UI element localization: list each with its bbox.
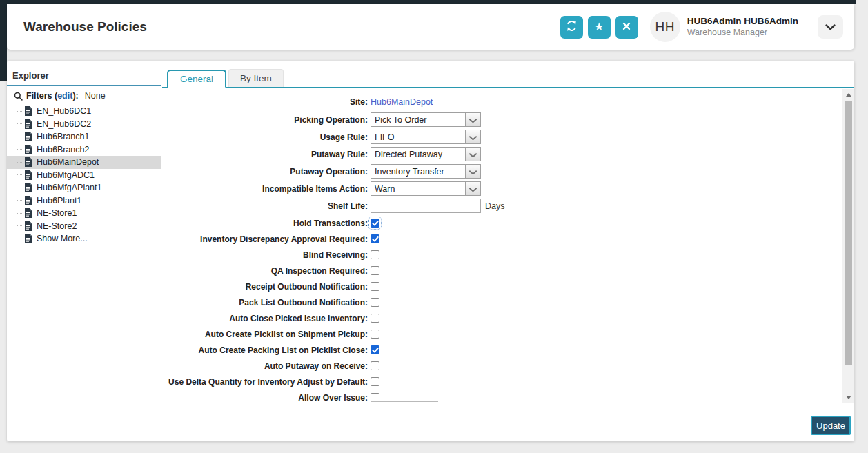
favorite-button[interactable]: ★	[588, 16, 611, 39]
avatar[interactable]: HH	[650, 12, 680, 42]
refresh-button[interactable]	[560, 16, 583, 39]
checkbox-label-cell: QA Inspection Required:	[162, 266, 371, 276]
scroll-up-button[interactable]	[842, 89, 854, 101]
checkbox-label: Inventory Discrepancy Approval Required:	[200, 234, 368, 244]
select-rows: Picking Operation: Pick To Order Usage R…	[162, 112, 842, 196]
tree-item-label: Hub6Branch1	[37, 132, 89, 141]
clipped-next-control	[371, 401, 438, 402]
sidebar-tree-item[interactable]: EN_Hub6DC1	[7, 105, 161, 118]
tree-item-label: EN_Hub6DC1	[37, 106, 91, 116]
checkbox-row: Use Delta Quantity for Inventory Adjust …	[162, 377, 842, 386]
select-value: Directed Putaway	[371, 148, 465, 161]
tree-item-label: Show More...	[37, 234, 88, 243]
user-menu-button[interactable]	[818, 15, 843, 39]
select-arrow-button[interactable]	[465, 182, 480, 195]
checkbox[interactable]	[371, 314, 379, 323]
sidebar-tree-item[interactable]: Hub6MfgAPlant1	[7, 181, 161, 194]
sidebar-tree-item[interactable]: Show More...	[7, 232, 161, 245]
select-arrow-button[interactable]	[465, 165, 480, 178]
checkbox-label: QA Inspection Required:	[271, 266, 368, 276]
update-button[interactable]: Update	[811, 416, 851, 435]
sidebar-tree-item[interactable]: EN_Hub6DC2	[7, 118, 161, 131]
sidebar-tree-item[interactable]: Hub6Plant1	[7, 194, 161, 208]
checkbox-row: QA Inspection Required:	[162, 266, 842, 275]
select-row: Putaway Operation: Inventory Transfer	[162, 164, 842, 179]
select-label-cell: Putaway Rule:	[162, 150, 371, 159]
checkbox[interactable]	[371, 298, 379, 307]
checkbox-row: Allow Over Issue:	[162, 393, 842, 402]
tab-by-item[interactable]: By Item	[228, 69, 284, 87]
checkbox[interactable]	[371, 266, 379, 275]
tree-connector	[17, 137, 22, 137]
select-arrow-button[interactable]	[465, 148, 480, 161]
close-button[interactable]	[615, 16, 638, 39]
checkmark-icon	[372, 236, 379, 243]
dropdown-select[interactable]: Inventory Transfer	[371, 164, 481, 179]
checkbox-label-cell: Auto Create Picklist on Shipment Pickup:	[162, 330, 371, 339]
select-value: Inventory Transfer	[371, 165, 465, 178]
checkbox[interactable]	[371, 282, 379, 291]
tab-general[interactable]: General	[167, 70, 226, 88]
dropdown-select[interactable]: Warn	[371, 181, 481, 196]
checkbox-label-cell: Receipt Outbound Notification:	[162, 282, 371, 292]
scrollbar-thumb[interactable]	[845, 101, 852, 365]
filters-label-suffix: ):	[72, 91, 78, 101]
sidebar-tree-item[interactable]: Hub6Branch2	[7, 143, 161, 157]
filters-edit-link[interactable]: edit	[57, 91, 72, 101]
checkbox-label: Auto Create Packing List on Picklist Clo…	[199, 345, 368, 355]
vertical-scrollbar[interactable]	[842, 89, 854, 403]
checkbox-row: Inventory Discrepancy Approval Required:	[162, 234, 842, 243]
checkbox-row: Pack List Outbound Notification:	[162, 298, 842, 307]
document-icon	[24, 234, 32, 243]
checkbox-row: Auto Putaway on Receive:	[162, 361, 842, 370]
select-arrow-button[interactable]	[465, 113, 480, 126]
checkbox-row: Auto Create Packing List on Picklist Clo…	[162, 345, 842, 354]
checkbox-row: Blind Receiving:	[162, 250, 842, 259]
app-frame-left-edge	[0, 0, 7, 81]
dropdown-select[interactable]: Directed Putaway	[371, 147, 481, 161]
site-tree: EN_Hub6DC1 EN_Hub6DC2 Hub6Branch1	[7, 105, 161, 245]
checkbox-label-cell: Auto Close Picked Issue Inventory:	[162, 314, 371, 323]
shelf-life-input[interactable]	[371, 199, 481, 213]
checkbox[interactable]	[371, 330, 379, 339]
chevron-down-icon	[469, 131, 477, 143]
checkbox[interactable]	[371, 234, 379, 243]
chevron-down-icon	[825, 22, 836, 32]
checkbox-row: Auto Close Picked Issue Inventory:	[162, 314, 842, 323]
checkbox[interactable]	[371, 219, 379, 228]
checkbox[interactable]	[371, 361, 379, 370]
favorite-star-icon: ★	[594, 21, 604, 32]
select-arrow-button[interactable]	[465, 130, 480, 143]
dropdown-select[interactable]: FIFO	[371, 130, 481, 144]
checkbox-label-cell: Hold Transactions:	[162, 219, 371, 228]
sidebar-tree-item[interactable]: NE-Store2	[7, 220, 161, 233]
policies-form: Site: Hub6MainDepot Picking Operation: P…	[162, 89, 842, 403]
sidebar-tree-item[interactable]: NE-Store1	[7, 207, 161, 220]
select-row: Picking Operation: Pick To Order	[162, 112, 842, 127]
tree-connector	[17, 239, 22, 239]
checkbox[interactable]	[371, 345, 379, 354]
select-label-cell: Putaway Operation:	[162, 167, 371, 177]
checkbox-label-cell: Use Delta Quantity for Inventory Adjust …	[162, 377, 371, 387]
tree-connector	[17, 200, 22, 201]
select-label-cell: Picking Operation:	[162, 115, 371, 125]
checkbox[interactable]	[371, 377, 379, 386]
tree-item-label: EN_Hub6DC2	[37, 119, 91, 129]
checkbox-label: Auto Create Picklist on Shipment Pickup:	[205, 330, 368, 339]
checkbox-label-cell: Allow Over Issue:	[162, 393, 371, 403]
header-actions: ★ HH HUB6Admin HUB6Admin Warehouse Manag…	[555, 12, 843, 42]
checkbox-label-cell: Auto Create Packing List on Picklist Clo…	[162, 345, 371, 355]
content-panel: Explorer Filters (edit): None EN_Hub6DC1	[7, 61, 854, 441]
sidebar-tree-item[interactable]: Hub6MainDepot	[7, 156, 161, 169]
explorer-title: Explorer	[7, 61, 161, 86]
sidebar-tree-item[interactable]: Hub6MfgADC1	[7, 169, 161, 182]
checkbox[interactable]	[371, 250, 379, 259]
document-icon	[24, 221, 32, 231]
site-link[interactable]: Hub6MainDepot	[371, 97, 433, 107]
sidebar-tree-item[interactable]: Hub6Branch1	[7, 130, 161, 143]
checkbox-label: Use Delta Quantity for Inventory Adjust …	[168, 377, 368, 387]
shelf-life-units: Days	[485, 201, 504, 211]
shelf-life-label-cell: Shelf Life:	[162, 201, 371, 211]
scroll-down-button[interactable]	[842, 392, 854, 403]
dropdown-select[interactable]: Pick To Order	[371, 112, 481, 127]
